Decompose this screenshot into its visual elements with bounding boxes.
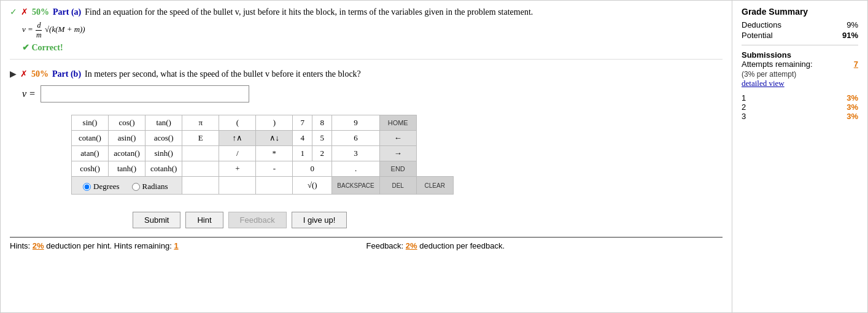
feedback-button[interactable]: Feedback — [228, 212, 287, 228]
attempt-3-row: 3 3% — [742, 112, 858, 121]
calc-cotanh[interactable]: cotanh() — [145, 161, 182, 177]
calc-8[interactable]: 8 — [312, 115, 332, 131]
sidebar: Grade Summary Deductions 9% Potential 91… — [732, 1, 867, 312]
calc-up[interactable]: ↑∧ — [219, 131, 256, 146]
deductions-value: 9% — [847, 20, 858, 29]
per-attempt: (3% per attempt) — [742, 70, 858, 79]
attempt-3-num: 3 — [742, 112, 746, 121]
calc-atan[interactable]: atan() — [72, 146, 109, 161]
calc-pi[interactable]: π — [182, 115, 219, 131]
calc-cotan[interactable]: cotan() — [72, 131, 109, 146]
potential-row: Potential 91% — [742, 31, 858, 40]
degrees-label: Degrees — [93, 182, 120, 191]
part-a-check-icon: ✓ — [10, 7, 17, 17]
grade-summary-section: Deductions 9% Potential 91% — [742, 20, 858, 40]
hint-button[interactable]: Hint — [185, 212, 223, 228]
calc-table: sin() cos() tan() π ( ) 7 8 9 HOME cotan… — [71, 115, 454, 195]
part-b-header: ▶ ✗ 50% Part (b) In meters per second, w… — [10, 69, 723, 79]
feedback-deduction: 2% — [406, 241, 417, 250]
attempt-scores-section: 1 3% 2 3% 3 3% — [742, 93, 858, 121]
radians-label: Radians — [142, 182, 168, 191]
calc-cosh[interactable]: cosh() — [72, 161, 109, 177]
calc-minus[interactable]: - — [256, 161, 293, 177]
calculator: sin() cos() tan() π ( ) 7 8 9 HOME cotan… — [71, 115, 454, 195]
part-b-play-icon: ▶ — [10, 69, 17, 79]
calc-backspace[interactable]: BACKSPACE — [332, 177, 379, 195]
calc-plus[interactable]: + — [219, 161, 256, 177]
calc-multiply[interactable]: * — [256, 146, 293, 161]
calc-asin[interactable]: asin() — [109, 131, 145, 146]
calc-6[interactable]: 6 — [332, 131, 379, 146]
calc-home[interactable]: HOME — [379, 115, 416, 131]
calc-empty4 — [219, 177, 256, 195]
attempts-row: Attempts remaining: 7 — [742, 60, 858, 69]
attempts-value: 7 — [854, 60, 858, 69]
calc-1[interactable]: 1 — [293, 146, 312, 161]
calc-sqrt[interactable]: √() — [293, 177, 332, 195]
part-a-formula: v = d m √(k(M + m)) — [22, 21, 723, 40]
fraction: d m — [35, 21, 43, 40]
attempt-1-num: 1 — [742, 93, 746, 102]
submit-button[interactable]: Submit — [133, 212, 180, 228]
calc-end[interactable]: END — [379, 161, 416, 177]
calc-cos[interactable]: cos() — [109, 115, 145, 131]
submissions-section: Submissions Attempts remaining: 7 (3% pe… — [742, 50, 858, 88]
degrees-radio[interactable]: Degrees — [83, 182, 120, 191]
attempt-2-row: 2 3% — [742, 102, 858, 112]
part-b-section: ▶ ✗ 50% Part (b) In meters per second, w… — [10, 66, 723, 228]
attempt-1-val: 3% — [847, 93, 858, 102]
calc-5[interactable]: 5 — [312, 131, 332, 146]
calc-lparen[interactable]: ( — [219, 115, 256, 131]
calc-divide[interactable]: / — [219, 146, 256, 161]
part-a-section: ✓ ✗ 50% Part (a) Find an equation for th… — [10, 7, 723, 60]
calc-empty5 — [256, 177, 293, 195]
deductions-label: Deductions — [742, 20, 781, 29]
calc-empty3 — [182, 177, 219, 195]
calc-dot[interactable]: . — [332, 161, 379, 177]
calc-backspace-arrow[interactable]: ← — [379, 131, 416, 146]
calc-7[interactable]: 7 — [293, 115, 312, 131]
calc-9[interactable]: 9 — [332, 115, 379, 131]
part-a-correct: ✔ Correct! — [22, 42, 723, 53]
degrees-radio-input[interactable] — [83, 183, 91, 191]
calc-4[interactable]: 4 — [293, 131, 312, 146]
calc-e[interactable]: E — [182, 131, 219, 146]
attempts-text: Attempts remaining: — [742, 60, 813, 69]
radians-radio-input[interactable] — [132, 183, 140, 191]
calc-tan[interactable]: tan() — [145, 115, 182, 131]
calc-right-arrow[interactable]: → — [379, 146, 416, 161]
igiveup-button[interactable]: I give up! — [292, 212, 347, 228]
calc-3[interactable]: 3 — [332, 146, 379, 161]
feedback-prefix: Feedback: — [366, 241, 406, 250]
calc-acotan[interactable]: acotan() — [109, 146, 145, 161]
calc-0[interactable]: 0 — [293, 161, 332, 177]
calc-rparen[interactable]: ) — [256, 115, 293, 131]
calc-tanh[interactable]: tanh() — [109, 161, 145, 177]
part-a-percent: 50% — [32, 7, 49, 17]
hints-deduction: 2% — [33, 241, 44, 250]
grade-summary-title: Grade Summary — [742, 7, 858, 17]
calc-down[interactable]: ∧↓ — [256, 131, 293, 146]
deductions-row: Deductions 9% — [742, 20, 858, 29]
answer-var-label: v = — [22, 88, 36, 99]
hints-right: Feedback: 2% deduction per feedback. — [366, 241, 723, 250]
calc-degrees-radians: Degrees Radians — [72, 177, 182, 195]
attempt-1-row: 1 3% — [742, 93, 858, 102]
detailed-view-link[interactable]: detailed view — [742, 79, 785, 88]
part-a-text: Find an equation for the speed of the bu… — [85, 7, 533, 17]
hints-suffix: deduction per hint. Hints remaining: — [44, 241, 174, 250]
feedback-suffix: deduction per feedback. — [417, 241, 505, 250]
calc-acos[interactable]: acos() — [145, 131, 182, 146]
answer-input[interactable] — [41, 85, 249, 102]
calc-sin[interactable]: sin() — [72, 115, 109, 131]
calc-clear[interactable]: CLEAR — [416, 177, 453, 195]
buttons-row: Submit Hint Feedback I give up! — [133, 212, 723, 228]
attempt-2-val: 3% — [847, 102, 858, 112]
calc-del[interactable]: DEL — [379, 177, 416, 195]
radians-radio[interactable]: Radians — [132, 182, 168, 191]
calc-sinh[interactable]: sinh() — [145, 146, 182, 161]
part-a-header: ✓ ✗ 50% Part (a) Find an equation for th… — [10, 7, 723, 17]
calc-2[interactable]: 2 — [312, 146, 332, 161]
attempt-2-num: 2 — [742, 102, 746, 112]
hints-remaining: 1 — [174, 241, 178, 250]
